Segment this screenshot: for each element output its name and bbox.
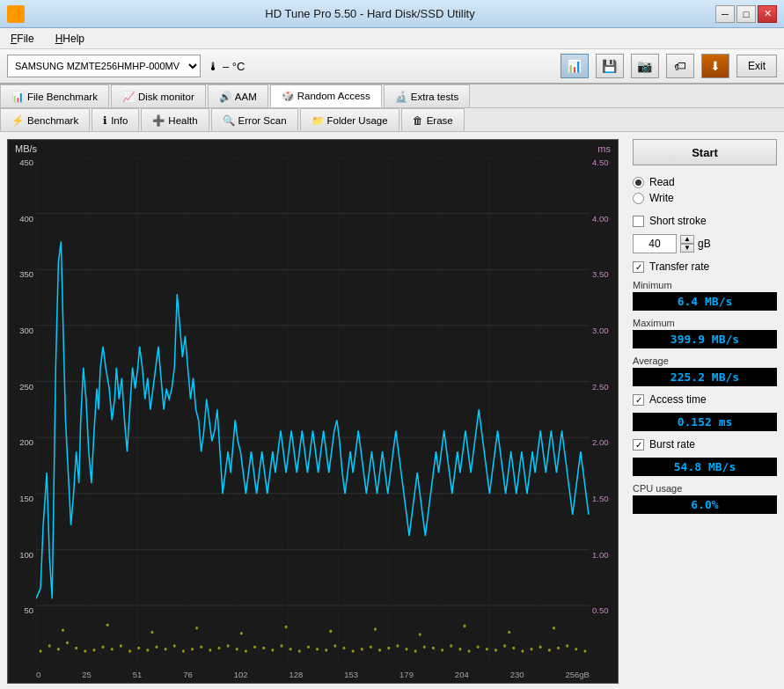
burst-rate-check: ✓ xyxy=(633,439,644,451)
average-value: 225.2 MB/s xyxy=(633,368,777,386)
disk-monitor-icon: 📈 xyxy=(122,91,135,103)
menu-bar: FFile HHelp xyxy=(0,28,784,49)
svg-point-43 xyxy=(333,644,336,648)
svg-point-80 xyxy=(419,633,421,636)
error-scan-icon: 🔍 xyxy=(223,114,235,127)
svg-point-82 xyxy=(508,631,510,634)
svg-point-30 xyxy=(217,647,220,650)
svg-point-68 xyxy=(557,647,560,650)
svg-point-12 xyxy=(57,648,60,651)
disk-select[interactable]: SAMSUNG MZMTE256HMHP-000MV (25 xyxy=(7,55,201,77)
y-axis-left-label: MB/s xyxy=(15,143,37,154)
start-button[interactable]: Start xyxy=(633,139,777,165)
tab-erase[interactable]: 🗑 Erase xyxy=(401,108,465,131)
short-stroke-checkbox[interactable]: Short stroke xyxy=(633,215,777,227)
gb-label: gB xyxy=(698,238,711,250)
tab-random-access[interactable]: 🎲 Random Access xyxy=(270,84,382,107)
svg-point-59 xyxy=(477,645,480,649)
burst-rate-checkbox[interactable]: ✓ Burst rate xyxy=(633,438,777,451)
svg-point-54 xyxy=(432,647,435,650)
svg-point-81 xyxy=(463,625,465,628)
tab-health[interactable]: ➕ Health xyxy=(141,108,209,131)
svg-point-19 xyxy=(120,644,122,648)
toolbar-btn-download[interactable]: ⬇ xyxy=(701,54,729,78)
radio-group-mode: Read Write xyxy=(633,172,777,208)
burst-rate-value: 54.8 MB/s xyxy=(633,458,777,476)
tab-folder-usage[interactable]: 📁 Folder Usage xyxy=(300,108,399,131)
svg-point-17 xyxy=(102,645,105,649)
radio-write[interactable]: Write xyxy=(633,192,777,204)
close-button[interactable]: ✕ xyxy=(758,5,777,23)
app-icon: 🔶 xyxy=(7,5,25,23)
radio-read[interactable]: Read xyxy=(633,176,777,188)
svg-point-65 xyxy=(531,648,533,651)
svg-point-49 xyxy=(387,647,390,650)
aam-icon: 🔊 xyxy=(219,91,231,103)
svg-point-69 xyxy=(566,644,568,648)
benchmark-label: Benchmark xyxy=(27,115,78,126)
svg-point-64 xyxy=(521,649,524,653)
tab-disk-monitor[interactable]: 📈 Disk monitor xyxy=(111,84,206,107)
svg-point-83 xyxy=(553,627,555,630)
cpu-usage-block: CPU usage 6.0% xyxy=(633,483,777,514)
svg-point-33 xyxy=(245,649,247,653)
access-time-checkbox[interactable]: ✓ Access time xyxy=(633,393,777,406)
toolbar-btn-snapshot[interactable]: 📷 xyxy=(631,54,659,78)
svg-point-74 xyxy=(150,631,153,634)
svg-point-71 xyxy=(583,649,586,653)
file-benchmark-label: File Benchmark xyxy=(27,92,98,102)
svg-point-79 xyxy=(374,627,377,631)
tab-benchmark[interactable]: ⚡ Benchmark xyxy=(0,108,90,131)
transfer-rate-checkbox[interactable]: ✓ Transfer rate xyxy=(633,260,777,273)
svg-point-75 xyxy=(195,627,198,630)
svg-point-28 xyxy=(200,645,202,649)
radio-read-circle xyxy=(633,177,644,188)
main-content: MB/s ms 450 400 350 300 250 200 150 100 … xyxy=(0,132,784,689)
right-panel: Start Read Write Short stroke 40 ▲ ▼ gB xyxy=(626,132,784,689)
svg-point-16 xyxy=(92,649,95,652)
toolbar-btn-disk[interactable]: 💾 xyxy=(596,54,624,78)
short-stroke-label: Short stroke xyxy=(649,215,707,227)
spin-buttons: ▲ ▼ xyxy=(680,235,694,253)
svg-point-26 xyxy=(182,649,185,653)
disk-monitor-label: Disk monitor xyxy=(138,92,194,102)
average-label: Average xyxy=(633,355,777,366)
tab-aam[interactable]: 🔊 AAM xyxy=(208,84,268,107)
tab-error-scan[interactable]: 🔍 Error Scan xyxy=(211,108,298,131)
svg-point-40 xyxy=(307,645,310,649)
file-benchmark-icon: 📊 xyxy=(11,91,24,103)
svg-point-15 xyxy=(84,649,86,653)
tab-info[interactable]: ℹ Info xyxy=(92,108,139,131)
random-access-label: Random Access xyxy=(297,91,370,101)
toolbar-btn-benchmark[interactable]: 📊 xyxy=(561,54,589,78)
maximum-value: 399.9 MB/s xyxy=(633,330,777,348)
spin-down[interactable]: ▼ xyxy=(680,244,694,253)
svg-point-29 xyxy=(209,649,211,652)
minimum-value: 6.4 MB/s xyxy=(633,292,777,311)
svg-point-55 xyxy=(441,649,443,652)
svg-point-21 xyxy=(137,647,140,650)
minimize-button[interactable]: ─ xyxy=(715,5,735,23)
y-axis-right: 4.50 4.00 3.50 3.00 2.50 2.00 1.50 1.00 … xyxy=(590,158,618,662)
error-scan-label: Error Scan xyxy=(238,115,287,126)
gb-spinbox[interactable]: 40 xyxy=(633,234,677,253)
svg-point-52 xyxy=(414,649,417,653)
spinbox-row: 40 ▲ ▼ gB xyxy=(633,234,777,253)
folder-usage-icon: 📁 xyxy=(311,114,324,127)
help-menu[interactable]: HHelp xyxy=(52,32,88,46)
maximize-button[interactable]: □ xyxy=(736,5,756,23)
svg-point-18 xyxy=(111,648,114,651)
file-menu[interactable]: FFile xyxy=(7,32,38,46)
toolbar-btn-extra[interactable]: 🏷 xyxy=(666,54,694,78)
erase-label: Erase xyxy=(427,115,453,126)
chart-area: MB/s ms 450 400 350 300 250 200 150 100 … xyxy=(7,139,619,684)
svg-point-39 xyxy=(298,649,301,653)
tab-file-benchmark[interactable]: 📊 File Benchmark xyxy=(0,84,109,107)
exit-button[interactable]: Exit xyxy=(736,55,777,77)
spin-up[interactable]: ▲ xyxy=(680,235,694,244)
maximum-label: Maximum xyxy=(633,318,777,328)
tab-extra-tests[interactable]: 🔬 Extra tests xyxy=(384,84,470,107)
toolbar: SAMSUNG MZMTE256HMHP-000MV (25 🌡 – °C 📊 … xyxy=(0,49,784,84)
svg-point-35 xyxy=(262,647,265,650)
cpu-usage-label: CPU usage xyxy=(633,483,777,494)
